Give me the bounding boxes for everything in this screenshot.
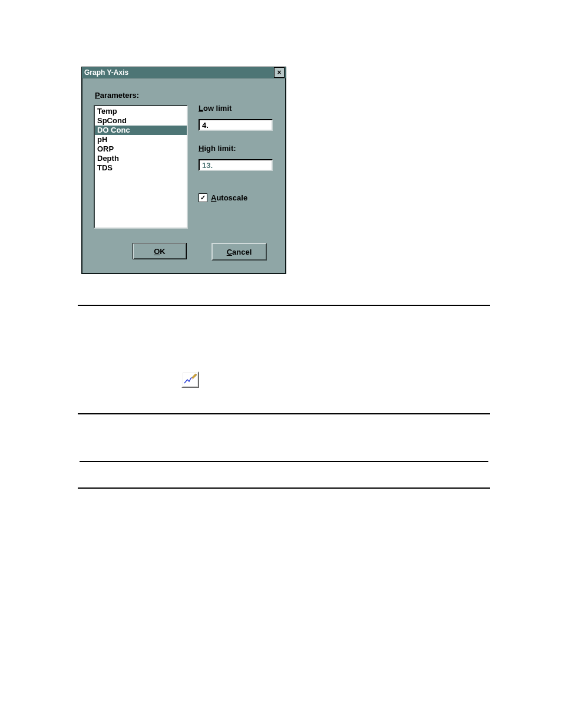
titlebar: Graph Y-Axis ×: [82, 67, 286, 78]
autoscale-checkbox-wrap[interactable]: ✓ Autoscale: [199, 193, 247, 202]
low-limit-input[interactable]: [199, 119, 273, 131]
redraw-graph-button[interactable]: [181, 371, 199, 388]
list-item[interactable]: pH: [95, 135, 187, 144]
separator: [78, 413, 490, 414]
autoscale-label: Autoscale: [211, 193, 247, 202]
high-limit-label: High limit:: [199, 144, 236, 153]
list-item[interactable]: ORP: [95, 144, 187, 154]
pencil-graph-icon: [183, 373, 198, 387]
ok-button[interactable]: OK: [133, 243, 187, 259]
dialog-body: Parameters: Temp SpCond DO Conc pH ORP D…: [82, 79, 286, 274]
list-item[interactable]: Depth: [95, 154, 187, 163]
checkbox-icon: ✓: [199, 193, 207, 202]
list-item[interactable]: SpCond: [95, 116, 187, 126]
parameters-listbox[interactable]: Temp SpCond DO Conc pH ORP Depth TDS: [94, 105, 188, 229]
list-item[interactable]: TDS: [95, 163, 187, 173]
high-limit-input[interactable]: [199, 159, 273, 171]
separator: [80, 461, 488, 462]
dialog-title: Graph Y-Axis: [84, 68, 128, 77]
cancel-button[interactable]: Cancel: [211, 243, 267, 261]
list-item[interactable]: Temp: [95, 107, 187, 116]
parameters-label: Parameters:: [95, 91, 139, 100]
page: Graph Y-Axis × Parameters: Temp SpCond D…: [0, 0, 562, 728]
close-icon: ×: [277, 69, 281, 76]
separator: [78, 305, 490, 306]
list-item[interactable]: DO Conc: [95, 126, 187, 135]
graph-y-axis-dialog: Graph Y-Axis × Parameters: Temp SpCond D…: [81, 67, 286, 274]
close-button[interactable]: ×: [274, 67, 285, 78]
low-limit-label: Low limit: [199, 104, 232, 113]
separator: [78, 487, 490, 489]
